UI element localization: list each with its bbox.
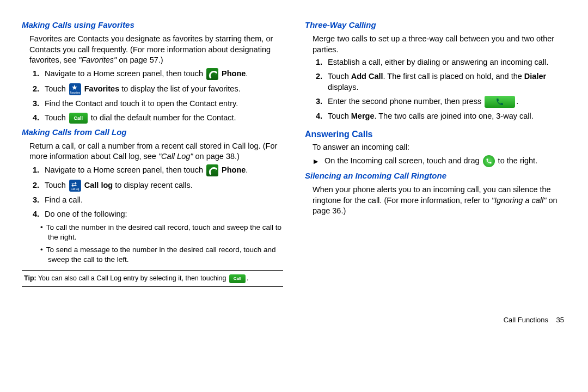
step: Establish a call, either by dialing or a…: [324, 57, 566, 68]
step: Do one of the following:: [41, 209, 283, 220]
step: Touch Merge. The two calls are joined in…: [324, 111, 566, 122]
two-column-layout: Making Calls using Favorites Favorites a…: [22, 16, 566, 289]
heading-silencing: Silencing an Incoming Call Ringtone: [305, 170, 566, 181]
text: .: [246, 69, 248, 78]
text: Touch: [45, 181, 68, 189]
step: Touch Add Call. The first call is placed…: [324, 71, 566, 93]
calllog-sub-bullets: To call the number in the desired call r…: [40, 223, 283, 265]
step: Touch Call to dial the default number fo…: [41, 113, 283, 124]
three-way-intro: Merge two calls to set up a three-way ca…: [313, 34, 566, 55]
calllog-steps: Navigate to a Home screen panel, then to…: [29, 164, 283, 219]
bullet: To send a message to the number in the d…: [48, 245, 283, 265]
call-button-icon: Call: [69, 113, 88, 124]
heading-answering: Answering Calls: [305, 128, 566, 140]
three-way-steps: Establish a call, either by dialing or a…: [313, 57, 566, 121]
label: Phone: [222, 69, 246, 78]
label: Phone: [222, 166, 246, 174]
calllog-intro: Return a call, or call a number from a r…: [29, 141, 283, 162]
favorites-steps: Navigate to a Home screen panel, then to…: [29, 68, 283, 124]
text: . The first call is placed on hold, and …: [383, 72, 524, 81]
silencing-text: When your phone alerts you to an incomin…: [313, 185, 566, 217]
text: On the Incoming call screen, touch and d…: [324, 156, 482, 165]
label: Favorites: [84, 84, 119, 93]
text: to display recent calls.: [113, 181, 193, 189]
text: Touch: [328, 72, 351, 81]
text: Navigate to a Home screen panel, then to…: [45, 166, 205, 174]
label: Add Call: [351, 72, 383, 81]
section-name: Call Functions: [504, 316, 548, 324]
favorites-intro: Favorites are Contacts you designate as …: [29, 34, 283, 66]
text: on page 57.): [117, 56, 163, 64]
call-button-icon: Call: [229, 274, 246, 283]
tip-text: You can also call a Call Log entry by se…: [36, 274, 228, 282]
label: Merge: [351, 112, 375, 120]
answering-intro: To answer an incoming call:: [313, 142, 566, 153]
step: Find the Contact and touch it to open th…: [41, 99, 283, 109]
call-log-icon: [69, 180, 81, 192]
step: On the Incoming call screen, touch and d…: [324, 155, 566, 167]
text: .: [247, 274, 248, 282]
text: to dial the default number for the Conta…: [89, 113, 236, 122]
xref-ignoring: "Ignoring a call": [492, 196, 547, 205]
text: Touch: [45, 113, 68, 122]
text: . The two calls are joined into one, 3-w…: [374, 112, 533, 120]
label: Dialer: [524, 72, 546, 81]
bullet: To call the number in the desired call r…: [48, 223, 283, 242]
heading-three-way: Three-Way Calling: [305, 20, 566, 30]
phone-icon: [206, 164, 218, 176]
page-number: 35: [556, 316, 564, 324]
tip-label: Tip:: [24, 274, 36, 282]
text: .: [246, 166, 248, 174]
step: Enter the second phone number, then pres…: [324, 96, 566, 108]
label: Call log: [84, 181, 113, 189]
right-column: Three-Way Calling Merge two calls to set…: [305, 16, 566, 289]
heading-call-log: Making Calls from Call Log: [22, 127, 283, 138]
text: to display the list of your favorites.: [119, 84, 240, 93]
text: .: [516, 97, 518, 106]
text: Return a call, or call a number from a r…: [29, 142, 277, 161]
text: Enter the second phone number, then pres…: [328, 97, 483, 106]
step: Touch Favorites to display the list of y…: [41, 83, 283, 95]
text: displays.: [328, 83, 358, 91]
answer-circle-icon: [483, 155, 495, 167]
tip-box: Tip: You can also call a Call Log entry …: [22, 270, 283, 287]
text: Touch: [328, 112, 351, 120]
step: Find a call.: [41, 195, 283, 206]
phone-icon: [206, 68, 218, 80]
text: Navigate to a Home screen panel, then to…: [45, 69, 205, 78]
text: Touch: [45, 84, 68, 93]
step: Navigate to a Home screen panel, then to…: [41, 164, 283, 176]
xref-favorites: "Favorites": [78, 56, 117, 64]
step: Navigate to a Home screen panel, then to…: [41, 68, 283, 80]
xref-calllog: "Call Log": [158, 152, 193, 161]
heading-favorites: Making Calls using Favorites: [22, 20, 283, 30]
text: on page 38.): [193, 152, 239, 161]
call-pill-icon: [485, 96, 515, 108]
answering-steps: On the Incoming call screen, touch and d…: [313, 155, 566, 167]
text: to the right.: [496, 156, 538, 165]
page-footer: Call Functions 35: [22, 315, 566, 325]
favorites-icon: [69, 83, 81, 95]
step: Touch Call log to display recent calls.: [41, 180, 283, 192]
left-column: Making Calls using Favorites Favorites a…: [22, 16, 283, 289]
